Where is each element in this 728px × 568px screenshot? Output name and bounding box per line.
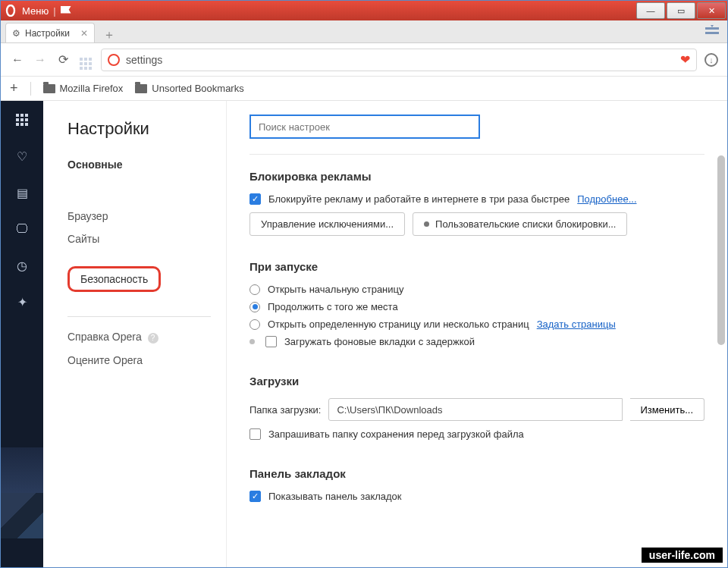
bookmark-heart-icon[interactable]: ❤ xyxy=(680,52,690,67)
sidebar-divider xyxy=(67,316,211,317)
startup-bgtabs-checkbox[interactable] xyxy=(265,336,277,347)
window-close-button[interactable]: ✕ xyxy=(697,2,726,19)
opera-url-icon xyxy=(108,54,120,66)
adblock-more-link[interactable]: Подробнее... xyxy=(577,193,636,205)
svg-rect-1 xyxy=(705,27,719,30)
bullet-icon xyxy=(424,221,429,227)
tab-title: Настройки xyxy=(25,28,70,39)
settings-sidebar: Настройки Основные Браузер Сайты Безопас… xyxy=(43,101,227,567)
scrollbar[interactable] xyxy=(717,101,726,567)
bookmark-folder-firefox[interactable]: Mozilla Firefox xyxy=(43,83,124,94)
bookmark-folder-unsorted[interactable]: Unsorted Bookmarks xyxy=(135,83,243,94)
sidebar-group-basic[interactable]: Основные xyxy=(67,158,211,171)
bookmarks-bar: + Mozilla Firefox Unsorted Bookmarks xyxy=(1,77,727,101)
download-change-button[interactable]: Изменить... xyxy=(630,398,704,421)
checkbox-label: Показывать панель закладок xyxy=(268,491,402,502)
rail-extensions-icon[interactable]: ✦ xyxy=(14,293,30,310)
bookmark-separator xyxy=(30,82,31,96)
titlebar-separator: | xyxy=(53,5,55,17)
back-button[interactable]: ← xyxy=(10,53,25,67)
rail-wallpaper xyxy=(1,447,43,538)
section-adblock-title: Блокировка рекламы xyxy=(249,170,704,183)
folder-icon xyxy=(135,84,147,93)
adblock-exceptions-button[interactable]: Управление исключениями... xyxy=(249,212,405,236)
sidebar-item-help[interactable]: Справка Opera ? xyxy=(67,331,211,344)
gear-icon: ⚙ xyxy=(12,28,20,39)
bookmarks-show-checkbox[interactable]: ✓ xyxy=(249,491,261,502)
new-tab-button[interactable]: ＋ xyxy=(101,27,118,42)
scrollbar-thumb[interactable] xyxy=(717,155,725,345)
rail-heart-icon[interactable]: ♡ xyxy=(14,148,30,165)
section-bookmarks-title: Панель закладок xyxy=(249,467,704,480)
adblock-lists-button[interactable]: Пользовательские списки блокировки... xyxy=(413,212,627,236)
radio-label: Открыть начальную страницу xyxy=(268,284,404,295)
checkbox-label: Запрашивать папку сохранения перед загру… xyxy=(268,428,524,440)
adblock-label: Блокируйте рекламу и работайте в интерне… xyxy=(268,193,570,205)
section-divider xyxy=(249,154,704,155)
download-folder-label: Папка загрузки: xyxy=(249,404,321,416)
download-ask-checkbox[interactable] xyxy=(249,428,261,440)
tab-strip: ⚙ Настройки ✕ ＋ xyxy=(1,20,727,43)
settings-main: Блокировка рекламы ✓ Блокируйте рекламу … xyxy=(227,101,727,567)
sidebar-item-rate[interactable]: Оцените Opera xyxy=(67,354,211,366)
adblock-checkbox[interactable]: ✓ xyxy=(249,193,261,205)
folder-icon xyxy=(43,84,55,93)
help-icon: ? xyxy=(148,333,158,344)
sidebar-item-security[interactable]: Безопасность xyxy=(67,266,161,292)
address-input[interactable] xyxy=(126,54,674,66)
startup-radio-home[interactable] xyxy=(249,284,260,295)
speed-dial-icon[interactable] xyxy=(78,50,93,70)
checkbox-label: Загружать фоновые вкладки с задержкой xyxy=(284,336,475,347)
startup-radio-pages[interactable] xyxy=(249,319,260,330)
add-bookmark-button[interactable]: + xyxy=(10,80,18,96)
sidebar-item-browser[interactable]: Браузер xyxy=(67,210,211,222)
watermark: user-life.com xyxy=(642,548,723,563)
svg-rect-2 xyxy=(705,32,719,34)
rail-news-icon[interactable]: ▤ xyxy=(14,184,30,201)
opera-logo-icon xyxy=(2,2,19,19)
sidebar-item-sites[interactable]: Сайты xyxy=(67,233,211,245)
address-field-wrap[interactable]: ❤ xyxy=(101,49,697,71)
window-maximize-button[interactable]: ▭ xyxy=(667,2,695,19)
window-minimize-button[interactable]: — xyxy=(636,2,665,19)
startup-set-pages-link[interactable]: Задать страницы xyxy=(537,319,616,330)
flag-icon[interactable] xyxy=(61,6,71,15)
tab-close-icon[interactable]: ✕ xyxy=(80,28,88,39)
settings-search-input[interactable] xyxy=(249,115,480,139)
button-label: Пользовательские списки блокировки... xyxy=(435,218,616,230)
radio-label: Продолжить с того же места xyxy=(268,301,398,312)
sidebar-item-label: Справка Opera xyxy=(67,331,142,343)
section-downloads-title: Загрузки xyxy=(249,375,704,388)
reload-button[interactable]: ⟳ xyxy=(55,52,71,67)
bullet-icon xyxy=(249,339,255,344)
easy-setup-icon[interactable] xyxy=(704,25,720,39)
rail-history-icon[interactable]: ◷ xyxy=(14,257,30,274)
bookmark-label: Mozilla Firefox xyxy=(60,83,124,94)
tab-settings[interactable]: ⚙ Настройки ✕ xyxy=(5,23,95,42)
window-titlebar: Меню | — ▭ ✕ xyxy=(1,1,727,20)
section-startup-title: При запуске xyxy=(249,260,704,273)
svg-point-0 xyxy=(7,5,14,16)
rail-speed-dial-icon[interactable] xyxy=(14,111,30,128)
downloads-icon[interactable]: ↓ xyxy=(704,53,718,67)
svg-marker-3 xyxy=(711,25,714,27)
rail-sync-icon[interactable]: 🖵 xyxy=(14,221,30,237)
left-rail: ♡ ▤ 🖵 ◷ ✦ xyxy=(1,101,43,567)
forward-button[interactable]: → xyxy=(33,53,48,67)
menu-button[interactable]: Меню xyxy=(22,5,49,17)
bookmark-label: Unsorted Bookmarks xyxy=(152,83,243,94)
download-folder-input[interactable] xyxy=(328,398,622,421)
address-bar: ← → ⟳ ❤ ↓ xyxy=(1,43,727,77)
startup-radio-continue[interactable] xyxy=(249,302,260,312)
button-label: Управление исключениями... xyxy=(261,218,394,230)
page-title: Настройки xyxy=(67,119,211,139)
radio-label: Открыть определенную страницу или нескол… xyxy=(268,319,529,330)
